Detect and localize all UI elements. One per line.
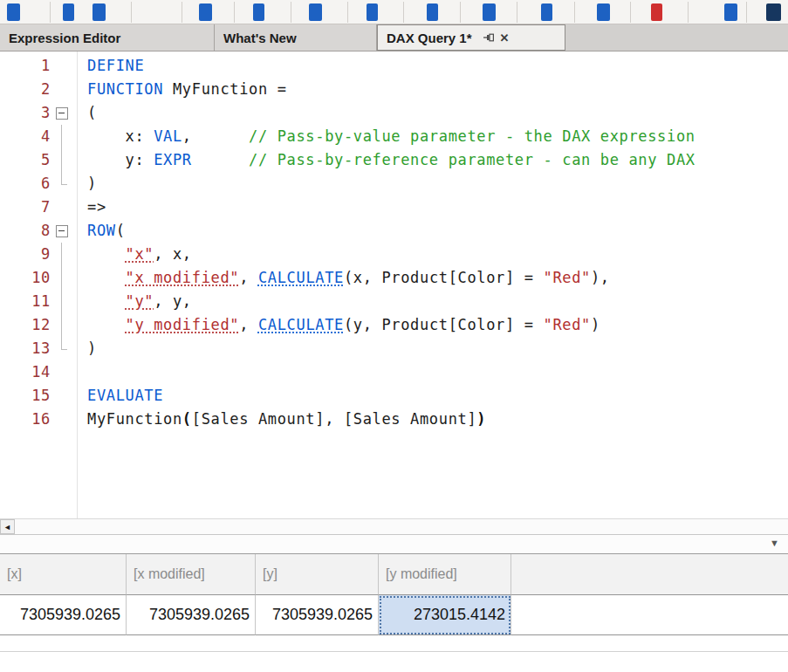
horizontal-scrollbar[interactable]: ◄ [0, 518, 788, 535]
scrollbar-track[interactable] [15, 519, 788, 534]
code-text[interactable]: FUNCTION MyFunction = [70, 78, 788, 101]
code-text[interactable]: "y modified", CALCULATE(y, Product[Color… [70, 313, 788, 337]
tab-expression-editor[interactable]: Expression Editor [0, 24, 215, 51]
code-text[interactable] [70, 360, 788, 384]
result-cell[interactable]: 7305939.0265 [0, 595, 127, 635]
results-splitter[interactable]: ▼ [0, 535, 788, 554]
column-header[interactable]: [y] [256, 554, 379, 595]
fold-collapse-icon[interactable] [54, 101, 70, 125]
result-cell[interactable]: 7305939.0265 [256, 595, 379, 635]
code-token: ) [591, 316, 600, 333]
toolbar-icon[interactable] [541, 3, 552, 21]
line-number: 12 [0, 313, 51, 337]
column-header[interactable]: [y modified] [379, 554, 511, 595]
code-editor[interactable]: 1DEFINE2FUNCTION MyFunction =3(4 x: VAL,… [0, 51, 788, 518]
line-number: 11 [0, 290, 51, 313]
column-header-filler [511, 554, 788, 595]
toolbar-icon[interactable] [483, 3, 496, 21]
toolbar-icon[interactable] [7, 3, 20, 21]
toolbar-icon[interactable] [597, 3, 610, 21]
fold-guide [54, 172, 70, 195]
toolbar-separator [291, 2, 291, 23]
line-number: 4 [0, 125, 51, 148]
toolbar-icon[interactable] [309, 3, 322, 21]
code-text[interactable]: "y", y, [70, 290, 788, 313]
code-token: (x, Product[Color] = [344, 269, 544, 286]
line-number: 3 [0, 101, 51, 125]
toolbar-icon[interactable] [724, 3, 737, 21]
code-token [87, 316, 126, 333]
tab-dax-query-1[interactable]: DAX Query 1* ✕ [377, 24, 565, 51]
toolbar-separator [460, 2, 461, 23]
code-text[interactable]: => [70, 195, 788, 219]
code-text[interactable]: x: VAL, // Pass-by-value parameter - the… [70, 125, 788, 148]
toolbar-icon[interactable] [766, 3, 781, 21]
result-cell-filler [511, 595, 788, 635]
toolbar-separator [131, 2, 132, 23]
results-data-row: 7305939.02657305939.02657305939.02652730… [0, 595, 788, 635]
line-number: 5 [0, 148, 51, 172]
code-token: MyFunction = [163, 80, 287, 98]
result-cell[interactable]: 7305939.0265 [127, 595, 256, 635]
line-number: 14 [0, 360, 51, 384]
toolbar-separator [688, 2, 689, 23]
code-text[interactable]: y: EXPR // Pass-by-reference parameter -… [70, 148, 788, 172]
code-token: VAL [154, 127, 182, 145]
code-text[interactable]: MyFunction([Sales Amount], [Sales Amount… [70, 408, 788, 431]
code-text[interactable]: EVALUATE [70, 384, 788, 408]
code-text[interactable]: ) [70, 337, 788, 360]
toolbar-icon[interactable] [651, 3, 662, 21]
code-text[interactable]: ROW( [70, 219, 788, 243]
code-token: "y modified" [126, 316, 240, 333]
code-token: ( [87, 104, 97, 121]
code-token: "Red" [544, 316, 591, 333]
scroll-left-button[interactable]: ◄ [0, 519, 15, 534]
pin-icon[interactable] [483, 31, 495, 44]
gutter-separator [77, 51, 78, 518]
results-footer [0, 635, 788, 652]
toolbar-icon[interactable] [93, 3, 106, 21]
tab-bar: Expression Editor What's New DAX Query 1… [0, 24, 788, 51]
code-token: (y, Product[Color] = [344, 316, 544, 333]
result-cell-selected[interactable]: 273015.4142 [379, 595, 511, 635]
code-text[interactable]: "x", x, [70, 243, 788, 266]
code-token: => [87, 198, 106, 216]
code-token [87, 245, 126, 263]
toolbar-icon[interactable] [367, 3, 378, 21]
code-token: x: [87, 127, 154, 145]
toolbar-icon[interactable] [63, 3, 74, 21]
scroll-left-icon: ◄ [3, 523, 11, 531]
code-text[interactable]: "x modified", CALCULATE(x, Product[Color… [70, 266, 788, 290]
tab-label: DAX Query 1* [387, 31, 472, 45]
editor-line: 12 "y modified", CALCULATE(y, Product[Co… [0, 313, 788, 337]
code-token: "y" [126, 292, 154, 310]
editor-line: 14 [0, 360, 788, 384]
toolbar-icon[interactable] [199, 3, 212, 21]
code-token [192, 151, 249, 168]
fold-guide [54, 337, 70, 360]
tab-whats-new[interactable]: What's New [215, 24, 377, 51]
code-text[interactable]: ) [70, 172, 788, 195]
toolbar-icon[interactable] [427, 3, 438, 21]
code-token: "Red" [544, 269, 591, 286]
code-token: ) [87, 175, 97, 192]
line-number: 10 [0, 266, 51, 290]
column-header[interactable]: [x] [0, 554, 127, 595]
toolbar-separator [403, 2, 404, 23]
code-text[interactable]: DEFINE [70, 54, 788, 78]
column-header[interactable]: [x modified] [127, 554, 256, 595]
code-text[interactable]: ( [70, 101, 788, 125]
close-icon[interactable]: ✕ [500, 32, 510, 44]
line-number: 9 [0, 243, 51, 266]
fold-margin [54, 360, 70, 384]
fold-margin [54, 78, 70, 101]
line-number: 7 [0, 195, 51, 219]
fold-guide [54, 290, 70, 313]
fold-collapse-icon[interactable] [54, 219, 70, 243]
chevron-down-icon[interactable]: ▼ [770, 538, 779, 548]
toolbar-icon[interactable] [253, 3, 264, 21]
app: Expression Editor What's New DAX Query 1… [0, 0, 788, 652]
fold-guide [54, 148, 70, 172]
code-token: // Pass-by-value parameter - the DAX exp… [249, 127, 695, 145]
code-token: , [239, 316, 258, 333]
